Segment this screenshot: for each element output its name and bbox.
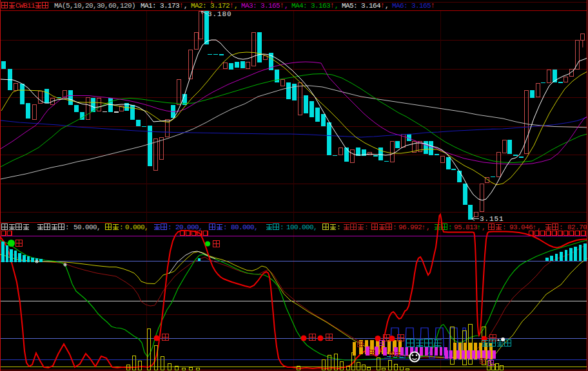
svg-text:↑: ↑ (280, 1, 283, 10)
svg-text:,: , (426, 224, 430, 231)
svg-text:3.165: 3.165 (260, 2, 280, 10)
svg-text:93.046: 93.046 (509, 224, 533, 231)
svg-text:0.000,: 0.000, (125, 224, 148, 231)
svg-text:↑: ↑ (179, 1, 182, 10)
svg-text::: : (393, 224, 397, 231)
svg-text:95.813: 95.813 (454, 224, 477, 231)
svg-text:↑: ↑ (431, 1, 434, 10)
svg-text:3.163: 3.163 (311, 2, 330, 10)
svg-text:3.180: 3.180 (208, 10, 232, 18)
svg-text:MA4:: MA4: (291, 2, 307, 10)
svg-text::: : (337, 224, 340, 231)
svg-text:,: , (234, 2, 238, 10)
svg-text:100.000,: 100.000, (286, 224, 317, 231)
svg-text:↑: ↑ (477, 223, 480, 231)
svg-text::: : (448, 224, 452, 231)
svg-text:3.173: 3.173 (160, 2, 179, 10)
svg-text::: : (280, 224, 284, 231)
svg-text:50.000,: 50.000, (74, 224, 101, 231)
svg-text:80.000,: 80.000, (231, 224, 258, 231)
svg-text::: : (502, 224, 506, 231)
svg-text:82.70: 82.70 (567, 224, 587, 231)
svg-text::: : (119, 224, 123, 231)
svg-text:96.992: 96.992 (398, 224, 422, 231)
svg-text:MA1:: MA1: (141, 2, 156, 10)
svg-text::: : (168, 224, 172, 231)
svg-text:3.151: 3.151 (480, 215, 504, 223)
svg-text:3.165: 3.165 (411, 2, 431, 10)
svg-text:,: , (482, 224, 485, 231)
svg-text::: : (559, 224, 563, 231)
svg-text:,: , (184, 2, 188, 10)
svg-text::: : (364, 224, 368, 231)
svg-text:MA(5,10,20,30,60,120): MA(5,10,20,30,60,120) (54, 2, 135, 10)
svg-text::: : (65, 224, 69, 231)
svg-text:MA5:: MA5: (342, 2, 357, 10)
svg-text:3.172: 3.172 (210, 2, 230, 10)
svg-text:↑: ↑ (422, 223, 425, 231)
svg-text:↑: ↑ (380, 1, 384, 10)
svg-text:3.164: 3.164 (361, 2, 381, 10)
svg-text:,: , (537, 224, 541, 231)
svg-text:↑: ↑ (533, 223, 536, 231)
svg-text:MA3:: MA3: (241, 2, 257, 10)
svg-text:MA6:: MA6: (392, 2, 407, 10)
svg-text:CWB11: CWB11 (15, 2, 35, 10)
svg-text:,: , (335, 2, 338, 10)
svg-text:MA2:: MA2: (191, 2, 206, 10)
svg-text:,: , (284, 2, 288, 10)
svg-text:,: , (385, 2, 389, 10)
svg-text::: : (223, 224, 227, 231)
svg-text:20.000,: 20.000, (175, 224, 202, 231)
svg-text:↑: ↑ (330, 1, 333, 10)
svg-text:↑: ↑ (230, 1, 233, 10)
